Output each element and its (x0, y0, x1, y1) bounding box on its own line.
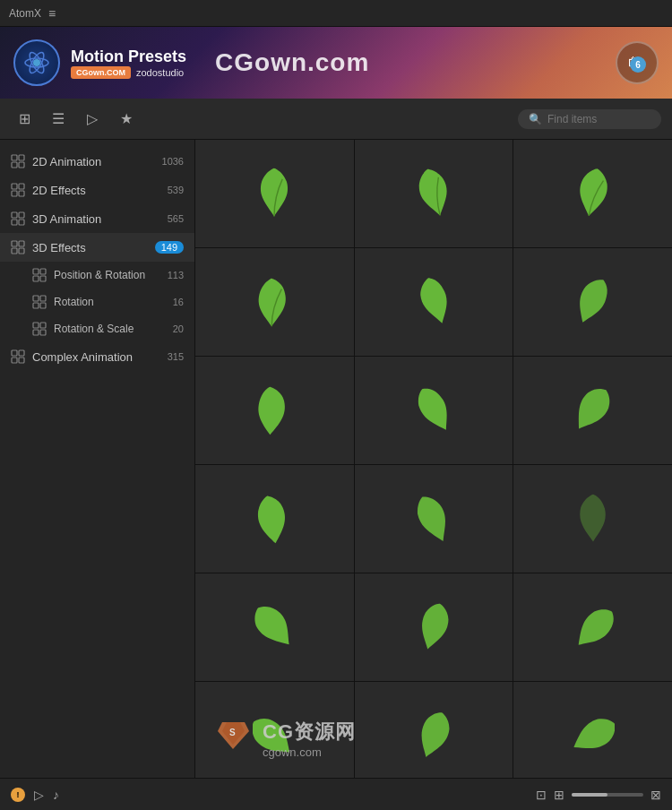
svg-rect-21 (40, 269, 46, 274)
svg-rect-6 (12, 162, 17, 168)
logo-area: Motion Presets CGown.COM zodostudio CGow… (13, 39, 369, 86)
grid-cell-10[interactable] (195, 465, 354, 573)
svg-rect-11 (19, 191, 24, 196)
bottombar: ! ▷ ♪ ⊡ ⊞ ⊠ (0, 778, 672, 810)
svg-rect-32 (12, 350, 17, 356)
svg-rect-27 (40, 303, 46, 308)
svg-rect-28 (33, 323, 39, 328)
sidebar-item-complex-animation[interactable]: Complex Animation 315 (0, 342, 194, 371)
grid-cell-2[interactable] (355, 140, 513, 247)
grid-cell-4[interactable] (195, 248, 354, 356)
sidebar-label-3d-effects: 3D Effects (32, 241, 148, 254)
svg-rect-30 (33, 330, 39, 335)
sidebar-count-position-rotation: 113 (168, 270, 184, 280)
cart-badge: 6 (630, 56, 646, 73)
music-icon[interactable]: ♪ (53, 788, 59, 802)
grid-cell-7[interactable] (195, 357, 354, 464)
logo-icon (13, 39, 60, 86)
sidebar-item-rotation[interactable]: Rotation 16 (0, 289, 194, 315)
sidebar-item-2d-effects[interactable]: 2D Effects 539 (0, 176, 194, 204)
sidebar-label-2d-animation: 2D Animation (32, 155, 155, 168)
list-icon[interactable]: ☰ (45, 106, 72, 133)
search-icon: 🔍 (529, 113, 542, 125)
sidebar-item-3d-effects[interactable]: 3D Effects 149 (0, 233, 194, 262)
svg-rect-15 (19, 220, 24, 225)
grid-cell-18[interactable] (513, 682, 672, 778)
svg-rect-14 (12, 220, 17, 225)
grid-cell-11[interactable] (355, 465, 513, 573)
grid-cell-1[interactable] (195, 140, 354, 247)
svg-rect-10 (12, 191, 17, 196)
svg-point-0 (33, 59, 40, 66)
sidebar-item-rotation-scale[interactable]: Rotation & Scale 20 (0, 315, 194, 342)
grid-cell-13[interactable] (195, 573, 354, 681)
svg-rect-18 (12, 248, 17, 254)
grid-cell-17[interactable] (355, 682, 513, 778)
grid-cell-8[interactable] (355, 357, 513, 464)
grid-cell-3[interactable] (513, 140, 672, 247)
svg-rect-19 (19, 248, 24, 254)
svg-rect-8 (12, 184, 17, 189)
expand-icon[interactable]: ⊠ (650, 788, 661, 802)
svg-rect-33 (19, 350, 24, 356)
grid-view-icon[interactable]: ⊡ (536, 788, 547, 802)
sidebar-label-complex-animation: Complex Animation (32, 350, 160, 364)
header-subtitle-text: zodostudio (136, 67, 184, 78)
warning-badge: ! (11, 788, 25, 802)
header-logo-text: CGown.com (215, 48, 369, 77)
sidebar-item-3d-animation[interactable]: 3D Animation 565 (0, 204, 194, 233)
svg-rect-22 (33, 276, 39, 281)
fullscreen-icon[interactable]: ⊞ (554, 788, 564, 802)
svg-rect-35 (19, 358, 24, 363)
sidebar-label-position-rotation: Position & Rotation (54, 269, 160, 281)
toolbar: ⊞ ☰ ▷ ★ 🔍 (0, 99, 672, 140)
grid-cell-15[interactable] (513, 573, 672, 681)
sidebar-count-complex-animation: 315 (168, 351, 184, 362)
menu-icon[interactable]: ≡ (48, 6, 56, 21)
header-text: Motion Presets CGown.COM zodostudio (71, 47, 186, 79)
svg-rect-20 (33, 269, 39, 274)
svg-rect-5 (19, 155, 24, 160)
titlebar: AtomX ≡ (0, 0, 672, 27)
sidebar-item-2d-animation[interactable]: 2D Animation 1036 (0, 147, 194, 176)
sidebar-count-2d-effects: 539 (168, 185, 184, 195)
svg-rect-4 (12, 155, 17, 160)
sidebar-count-3d-effects: 149 (155, 241, 184, 254)
svg-rect-16 (12, 241, 17, 246)
header-badge: CGown.COM (71, 66, 131, 79)
grid-cell-16[interactable] (195, 682, 354, 778)
sidebar-item-position-rotation[interactable]: Position & Rotation 113 (0, 262, 194, 289)
play-bottom-icon[interactable]: ▷ (34, 788, 44, 802)
app-title: AtomX (9, 7, 41, 20)
svg-rect-34 (12, 358, 17, 363)
grid-cell-6[interactable] (513, 248, 672, 356)
svg-rect-26 (33, 303, 39, 308)
svg-rect-9 (19, 184, 24, 189)
zoom-slider[interactable] (572, 793, 643, 797)
svg-rect-12 (12, 212, 17, 218)
grid-cell-9[interactable] (513, 357, 672, 464)
svg-rect-13 (19, 212, 24, 218)
sidebar: 2D Animation 1036 2D Effects 539 3D Anim… (0, 140, 195, 778)
zoom-fill (572, 793, 607, 797)
grid-cell-14[interactable] (355, 573, 513, 681)
bottom-right: ⊡ ⊞ ⊠ (536, 788, 661, 802)
sidebar-count-rotation: 16 (173, 297, 184, 307)
svg-rect-7 (19, 162, 24, 168)
sidebar-label-rotation: Rotation (54, 296, 166, 308)
svg-rect-31 (40, 330, 46, 335)
search-area[interactable]: 🔍 (518, 109, 661, 129)
play-icon[interactable]: ▷ (79, 106, 106, 133)
header-subtitle: CGown.COM zodostudio (71, 66, 186, 79)
favorites-icon[interactable]: ★ (113, 106, 140, 133)
filter-icon[interactable]: ⊞ (11, 106, 38, 133)
sidebar-count-rotation-scale: 20 (173, 323, 184, 334)
grid-cell-12[interactable] (513, 465, 672, 573)
svg-rect-29 (40, 323, 46, 328)
cart-button[interactable]: 🛍 6 (616, 41, 659, 84)
sidebar-label-rotation-scale: Rotation & Scale (54, 323, 166, 335)
grid-cell-5[interactable] (355, 248, 513, 356)
header-title: Motion Presets (71, 47, 186, 66)
search-input[interactable] (547, 113, 655, 125)
header: Motion Presets CGown.COM zodostudio CGow… (0, 27, 672, 99)
